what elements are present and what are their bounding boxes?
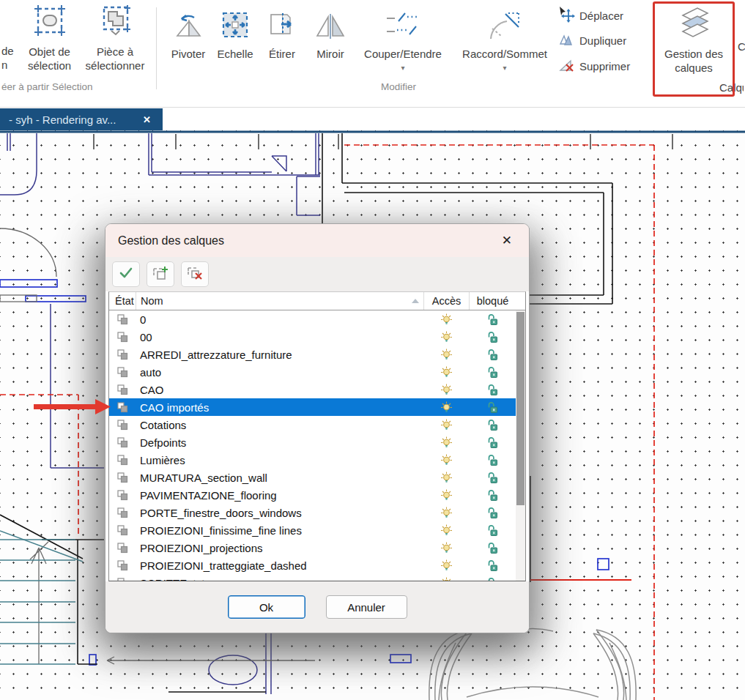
layer-lock-toggle[interactable]: [469, 384, 516, 396]
layer-lock-toggle[interactable]: [469, 436, 516, 449]
layer-access-toggle[interactable]: [423, 472, 469, 484]
layer-access-toggle[interactable]: [423, 454, 469, 466]
layer-access-toggle[interactable]: [423, 436, 469, 449]
layer-table-header: État Nom Accès bloqué: [109, 292, 525, 310]
fillet-vertex-dropdown[interactable]: ▾: [503, 64, 506, 72]
apply-button[interactable]: [112, 261, 140, 287]
layer-row[interactable]: Defpoints: [109, 433, 516, 451]
layer-access-toggle[interactable]: [423, 577, 469, 581]
layer-access-toggle[interactable]: [423, 542, 469, 554]
unlocked-icon: [486, 542, 498, 554]
layer-row[interactable]: MURATURA_section_wall: [109, 469, 516, 486]
layer-lock-toggle[interactable]: [469, 454, 516, 466]
layer-row[interactable]: auto: [109, 363, 516, 381]
scrollbar-thumb[interactable]: [516, 312, 525, 505]
layer-row[interactable]: SCRITTE_txt: [109, 574, 516, 581]
layer-lock-toggle[interactable]: [469, 331, 516, 343]
ok-button[interactable]: Ok: [228, 595, 305, 619]
delete-layer-button[interactable]: [181, 261, 209, 287]
layer-access-toggle[interactable]: [423, 349, 469, 361]
layer-lock-toggle[interactable]: [469, 507, 516, 519]
truncated-ribbon-button[interactable]: den: [1, 44, 18, 72]
layer-access-toggle[interactable]: [423, 559, 469, 572]
fillet-vertex-button[interactable]: Raccord/Sommet ▾: [454, 6, 555, 72]
trim-extend-button[interactable]: Couper/Etendre ▾: [357, 6, 449, 72]
layer-access-toggle[interactable]: [423, 401, 469, 414]
truncated-right-button[interactable]: C: [738, 40, 745, 53]
lightbulb-icon: [440, 454, 453, 466]
layer-access-toggle[interactable]: [423, 313, 469, 326]
move-button[interactable]: Déplacer: [559, 7, 623, 25]
layer-lock-toggle[interactable]: [469, 542, 516, 554]
list-scrollbar[interactable]: [516, 310, 525, 581]
layer-access-toggle[interactable]: [423, 507, 469, 519]
fillet-vertex-label: Raccord/Sommet: [462, 47, 547, 61]
layer-row[interactable]: CAO: [109, 381, 516, 398]
unlocked-icon: [486, 349, 498, 361]
layer-lock-toggle[interactable]: [469, 401, 516, 414]
column-header-state[interactable]: État: [109, 292, 136, 310]
layer-name: PROIEZIONI_projections: [136, 542, 423, 554]
layer-row[interactable]: PROIEZIONI_projections: [109, 539, 516, 556]
layer-row[interactable]: PORTE_finestre_doors_windows: [109, 504, 516, 521]
layer-row[interactable]: PAVIMENTAZIONE_flooring: [109, 486, 516, 504]
lightbulb-icon: [440, 577, 453, 581]
dialog-close-icon[interactable]: ✕: [497, 231, 516, 250]
layer-access-toggle[interactable]: [423, 489, 469, 502]
new-layer-button[interactable]: [147, 261, 174, 287]
layer-row[interactable]: CAO importés: [109, 398, 516, 416]
duplicate-button[interactable]: Dupliquer: [559, 32, 626, 48]
layer-row[interactable]: Cotations: [109, 416, 516, 433]
select-object-button[interactable]: Objet desélection: [22, 4, 77, 72]
cancel-button[interactable]: Annuler: [326, 595, 407, 619]
column-header-access[interactable]: Accès: [423, 292, 469, 310]
layer-access-toggle[interactable]: [423, 384, 469, 396]
trim-extend-dropdown[interactable]: ▾: [401, 64, 404, 72]
layer-name: auto: [136, 366, 423, 379]
column-header-name[interactable]: Nom: [136, 292, 423, 310]
layer-access-toggle[interactable]: [423, 331, 469, 343]
column-header-locked[interactable]: bloqué: [469, 292, 516, 310]
layer-name: SCRITTE_txt: [136, 577, 423, 581]
layer-table: État Nom Accès bloqué 0: [108, 291, 526, 581]
layer-lock-toggle[interactable]: [469, 489, 516, 502]
layer-lock-toggle[interactable]: [469, 366, 516, 379]
layer-row[interactable]: PROIEZIONI_tratteggiate_dashed: [109, 556, 516, 574]
layer-lock-toggle[interactable]: [469, 559, 516, 572]
dialog-title-bar[interactable]: Gestion des calques ✕: [105, 224, 529, 257]
select-piece-button[interactable]: Pièce àsélectionner: [82, 4, 148, 72]
delete-button[interactable]: Supprimer: [559, 58, 630, 74]
layer-row[interactable]: ARREDI_attrezzature_furniture: [109, 346, 516, 363]
lightbulb-icon: [440, 419, 453, 431]
layer-row[interactable]: PROIEZIONI_finissime_fine lines: [109, 521, 516, 539]
layer-row[interactable]: 0: [109, 310, 516, 328]
tab-close-icon[interactable]: ✕: [140, 113, 154, 127]
stretch-button[interactable]: Étirer: [262, 6, 303, 61]
sort-ascending-icon: [412, 299, 419, 303]
layer-access-toggle[interactable]: [423, 524, 469, 537]
layer-access-toggle[interactable]: [423, 419, 469, 431]
layer-access-toggle[interactable]: [423, 366, 469, 379]
lightbulb-icon: [440, 436, 453, 449]
selection-piece-icon: [97, 4, 133, 40]
layer-lock-toggle[interactable]: [469, 524, 516, 537]
rotate-button[interactable]: Pivoter: [166, 6, 211, 61]
unlocked-icon: [486, 419, 498, 431]
selection-group-label: éer à partir Sélection: [1, 81, 93, 92]
layer-lock-toggle[interactable]: [469, 577, 516, 581]
layer-manager-button[interactable]: Gestion descalques: [656, 6, 731, 75]
layer-lock-toggle[interactable]: [469, 472, 516, 484]
layer-state-icon: [109, 472, 136, 483]
document-tab-title: - syh - Rendering av...: [9, 113, 140, 126]
document-tab[interactable]: - syh - Rendering av... ✕: [0, 108, 163, 130]
layer-lock-toggle[interactable]: [469, 419, 516, 431]
layer-lock-toggle[interactable]: [469, 313, 516, 326]
layers-icon: [675, 7, 712, 42]
layer-state-icon: [109, 332, 136, 343]
mirror-button[interactable]: Miroir: [308, 6, 353, 61]
scale-button[interactable]: Echelle: [212, 6, 258, 61]
modify-group-label: Modifier: [381, 81, 416, 92]
layer-row[interactable]: Lumières: [109, 451, 516, 469]
layer-lock-toggle[interactable]: [469, 349, 516, 361]
layer-row[interactable]: 00: [109, 328, 516, 346]
